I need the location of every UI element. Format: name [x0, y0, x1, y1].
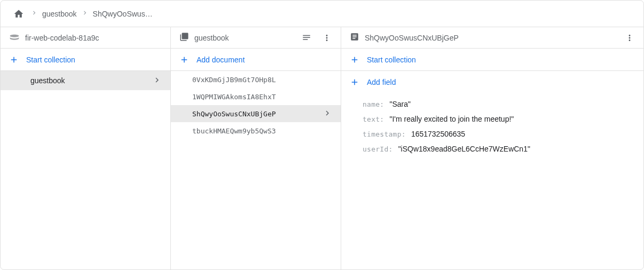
collection-icon — [179, 32, 189, 43]
project-id: fir-web-codelab-81a9c — [25, 34, 99, 42]
field-value: "iSQw18x9ead8GeL6CcHe7WzEwCn1" — [398, 145, 530, 153]
field-row[interactable]: userId: "iSQw18x9ead8GeL6CcHe7WzEwCn1" — [363, 141, 643, 156]
breadcrumb: guestbook ShQwyOoSwusCNxUBjGeP — [1, 1, 643, 27]
document-panel-header: ShQwyOoSwusCNxUBjGeP — [341, 27, 643, 49]
document-item-label: tbuckHMAEQwm9yb5QwS3 — [192, 127, 276, 135]
start-collection-label: Start collection — [26, 55, 75, 64]
add-field-button[interactable]: Add field — [341, 71, 643, 93]
database-icon — [9, 31, 20, 44]
document-item[interactable]: 0VxKDmGjJB9mGt7OHp8L — [171, 71, 341, 88]
field-value: "Sara" — [389, 100, 411, 108]
chevron-right-icon — [81, 9, 89, 18]
chevron-right-icon — [30, 9, 38, 18]
document-item-label: 1WQPMIWGAkomsIA8EhxT — [192, 93, 276, 101]
home-icon[interactable] — [11, 6, 26, 21]
document-title: ShQwyOoSwusCNxUBjGeP — [365, 34, 459, 42]
plus-icon — [350, 55, 359, 65]
filter-icon[interactable] — [299, 30, 314, 45]
add-document-button[interactable]: Add document — [171, 49, 341, 71]
document-item-label: 0VxKDmGjJB9mGt7OHp8L — [192, 76, 276, 84]
chevron-right-icon — [323, 108, 332, 120]
root-panel: fir-web-codelab-81a9c Start collection g… — [1, 27, 171, 269]
breadcrumb-document: ShQwyOoSwusCNxUBjGeP — [93, 10, 157, 18]
document-panel: ShQwyOoSwusCNxUBjGeP Start collection Ad… — [341, 27, 643, 269]
field-row[interactable]: timestamp: 1651732506635 — [363, 126, 643, 141]
document-item[interactable]: ShQwyOoSwusCNxUBjGeP — [171, 105, 341, 122]
field-value: 1651732506635 — [411, 130, 465, 138]
document-list: 0VxKDmGjJB9mGt7OHp8L 1WQPMIWGAkomsIA8Ehx… — [171, 71, 341, 269]
start-collection-button[interactable]: Start collection — [1, 49, 170, 71]
field-key: userId: — [363, 145, 393, 153]
plus-icon — [179, 55, 189, 65]
start-subcollection-button[interactable]: Start collection — [341, 49, 643, 71]
collection-list: guestbook — [1, 71, 170, 269]
field-key: name: — [363, 100, 384, 108]
chevron-right-icon — [152, 75, 162, 86]
breadcrumb-collection[interactable]: guestbook — [42, 10, 77, 18]
more-vert-icon[interactable] — [319, 30, 334, 45]
add-field-label: Add field — [367, 78, 396, 86]
more-vert-icon[interactable] — [622, 30, 637, 45]
field-list: name: "Sara" text: "I'm really excited t… — [341, 93, 643, 160]
plus-icon — [350, 77, 359, 87]
add-document-label: Add document — [197, 55, 245, 64]
document-item[interactable]: 1WQPMIWGAkomsIA8EhxT — [171, 88, 341, 105]
plus-icon — [9, 55, 19, 65]
collection-panel-header: guestbook — [171, 27, 341, 49]
document-item-label: ShQwyOoSwusCNxUBjGeP — [192, 110, 276, 118]
field-row[interactable]: name: "Sara" — [363, 97, 643, 112]
field-value: "I'm really excited to join the meetup!" — [389, 115, 514, 123]
collection-item[interactable]: guestbook — [1, 71, 170, 90]
document-icon — [350, 32, 359, 43]
collection-item-label: guestbook — [30, 76, 65, 85]
field-key: text: — [363, 115, 384, 123]
field-row[interactable]: text: "I'm really excited to join the me… — [363, 112, 643, 126]
collection-panel: guestbook Add document 0VxKDmGjJB9mGt7OH… — [171, 27, 341, 269]
root-panel-header: fir-web-codelab-81a9c — [1, 27, 170, 49]
field-key: timestamp: — [363, 130, 406, 138]
start-subcollection-label: Start collection — [367, 55, 416, 64]
document-item[interactable]: tbuckHMAEQwm9yb5QwS3 — [171, 122, 341, 139]
collection-title: guestbook — [194, 34, 229, 42]
